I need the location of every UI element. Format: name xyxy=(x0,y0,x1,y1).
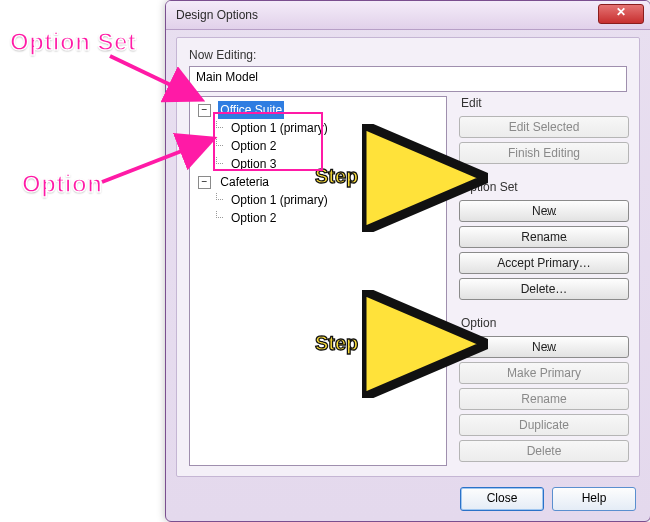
dialog-title: Design Options xyxy=(176,8,258,22)
option-delete-button[interactable]: Delete xyxy=(459,440,629,462)
window-close-button[interactable]: ✕ xyxy=(598,4,644,24)
tree-option[interactable]: Option 2 xyxy=(216,209,446,227)
now-editing-label: Now Editing: xyxy=(189,48,627,62)
option-set-new-button[interactable]: New xyxy=(459,200,629,222)
option-make-primary-button[interactable]: Make Primary xyxy=(459,362,629,384)
options-highlight-box xyxy=(213,112,323,171)
collapse-icon[interactable]: − xyxy=(198,176,211,189)
titlebar: Design Options ✕ xyxy=(166,1,650,30)
callout-option-set: Option Set xyxy=(10,28,136,56)
edit-group-label: Edit xyxy=(461,96,627,110)
tree-set-label[interactable]: Cafeteria xyxy=(218,173,271,191)
option-group-label: Option xyxy=(461,316,627,330)
finish-editing-button[interactable]: Finish Editing xyxy=(459,142,629,164)
now-editing-field[interactable]: Main Model xyxy=(189,66,627,92)
option-set-rename-button[interactable]: Rename xyxy=(459,226,629,248)
button-column: Edit Edit Selected Finish Editing Option… xyxy=(459,96,627,466)
design-options-dialog: Design Options ✕ Now Editing: Main Model… xyxy=(165,0,650,522)
tree-option[interactable]: Option 1 (primary) xyxy=(216,191,446,209)
option-set-group-label: Option Set xyxy=(461,180,627,194)
close-button[interactable]: Close xyxy=(460,487,544,511)
dialog-footer: Close Help xyxy=(460,487,636,511)
tree-connector-icon xyxy=(216,193,223,200)
tree-connector-icon xyxy=(216,211,223,218)
option-duplicate-button[interactable]: Duplicate xyxy=(459,414,629,436)
option-set-accept-primary-button[interactable]: Accept Primary… xyxy=(459,252,629,274)
option-set-delete-button[interactable]: Delete… xyxy=(459,278,629,300)
help-button[interactable]: Help xyxy=(552,487,636,511)
callout-option: Option xyxy=(22,170,102,198)
edit-selected-button[interactable]: Edit Selected xyxy=(459,116,629,138)
dialog-client-area: Now Editing: Main Model − Office Suite O… xyxy=(176,37,640,477)
step-2-label: Step 2 xyxy=(315,332,375,355)
option-new-button[interactable]: New xyxy=(459,336,629,358)
step-1-label: Step 1 xyxy=(315,165,375,188)
collapse-icon[interactable]: − xyxy=(198,104,211,117)
option-rename-button[interactable]: Rename xyxy=(459,388,629,410)
